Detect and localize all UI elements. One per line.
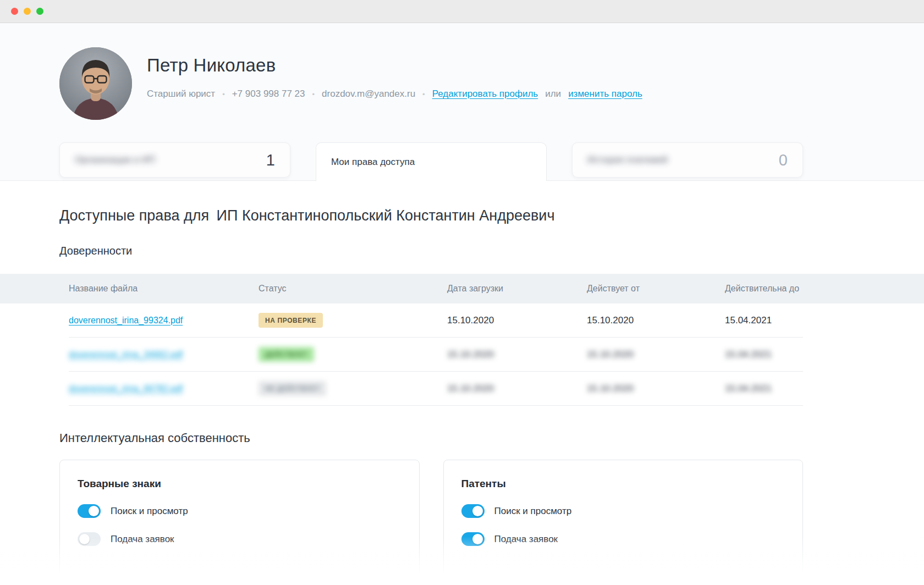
avatar-photo xyxy=(59,47,132,120)
toggle-row-search-view: Поиск и просмотр xyxy=(78,504,402,518)
tab-payment-history-count: 0 xyxy=(779,151,788,169)
profile-meta: Старший юрист • +7 903 998 77 23 • drozd… xyxy=(147,89,642,100)
upload-date: 15.10.2020 xyxy=(447,383,587,394)
profile-info: Петр Николаев Старший юрист • +7 903 998… xyxy=(147,47,642,120)
trademarks-submit-toggle[interactable] xyxy=(78,532,101,546)
upload-date: 15.10.2020 xyxy=(447,349,587,360)
poa-table-body: doverennost_irina_99324.pdf НА ПРОВЕРКЕ … xyxy=(69,303,803,406)
patents-card-title: Патенты xyxy=(461,478,785,490)
ip-section-title: Интеллектуальная собственность xyxy=(59,431,803,445)
poa-table: Название файла Статус Дата загрузки Дейс… xyxy=(0,274,924,406)
valid-to-date: 15.04.2021 xyxy=(725,383,803,394)
or-text: или xyxy=(545,89,561,100)
profile-email: drozdov.m@yandex.ru xyxy=(322,89,415,100)
trademarks-card-title: Товарные знаки xyxy=(78,478,402,490)
tab-payment-history[interactable]: История платежей 0 xyxy=(572,142,803,178)
col-header-valid-from: Действует от xyxy=(587,284,725,294)
col-header-filename: Название файла xyxy=(69,284,258,294)
edit-profile-link[interactable]: Редактировать профиль xyxy=(432,89,538,100)
patents-card: Патенты Поиск и просмотр Подача заявок xyxy=(443,460,804,585)
toggle-knob xyxy=(472,506,483,516)
separator-dot: • xyxy=(422,90,425,98)
window-titlebar xyxy=(0,0,924,23)
toggle-row-search-view: Поиск и просмотр xyxy=(461,504,785,518)
toggle-row-submit-applications: Подача заявок xyxy=(461,532,785,546)
toggle-label: Поиск и просмотр xyxy=(111,506,188,517)
toggle-knob xyxy=(89,506,99,516)
separator-dot: • xyxy=(222,90,225,98)
tab-my-access-rights[interactable]: Мои права доступа xyxy=(316,142,547,181)
patents-submit-toggle[interactable] xyxy=(461,532,485,546)
change-password-link[interactable]: изменить пароль xyxy=(568,89,642,100)
section-title-poa: Доверенности xyxy=(59,245,803,257)
toggle-label: Подача заявок xyxy=(494,534,558,545)
toggle-knob xyxy=(79,534,90,544)
tab-organizations[interactable]: Организации и ИП 1 xyxy=(59,142,290,178)
file-link[interactable]: doverennost_irina_66782.pdf xyxy=(69,384,183,393)
tab-payment-history-label: История платежей xyxy=(587,154,668,165)
main-content: Доступные права для ИП Константинопольск… xyxy=(0,207,924,585)
valid-to-date: 15.04.2021 xyxy=(725,349,803,360)
profile-name: Петр Николаев xyxy=(147,55,642,76)
ip-cards: Товарные знаки Поиск и просмотр Подача з… xyxy=(59,460,803,585)
separator-dot: • xyxy=(312,90,315,98)
poa-table-header: Название файла Статус Дата загрузки Дейс… xyxy=(0,274,924,303)
page-title-entity: ИП Константинопольский Константин Андрее… xyxy=(217,207,555,224)
valid-from-date: 15.10.2020 xyxy=(587,315,725,326)
file-link[interactable]: doverennost_irina_99324.pdf xyxy=(69,316,183,325)
status-badge: ДЕЙСТВУЕТ xyxy=(258,347,314,362)
page-title-prefix: Доступные права для xyxy=(59,207,209,224)
col-header-upload-date: Дата загрузки xyxy=(447,284,587,294)
avatar xyxy=(59,47,132,120)
col-header-status: Статус xyxy=(258,284,447,294)
table-row: doverennost_irina_99324.pdf НА ПРОВЕРКЕ … xyxy=(69,303,803,338)
valid-to-date: 15.04.2021 xyxy=(725,315,803,326)
tab-organizations-label: Организации и ИП xyxy=(75,154,155,165)
profile-role: Старший юрист xyxy=(147,89,215,100)
col-header-valid-to: Действительна до xyxy=(725,284,803,294)
toggle-label: Поиск и просмотр xyxy=(494,506,572,517)
page-title: Доступные права для ИП Константинопольск… xyxy=(59,207,803,224)
status-badge: НА ПРОВЕРКЕ xyxy=(258,313,323,328)
table-row: doverennost_irina_34662.pdf ДЕЙСТВУЕТ 15… xyxy=(69,338,803,372)
tabs: Организации и ИП 1 Мои права доступа Ист… xyxy=(59,142,803,180)
table-row: doverennost_irina_66782.pdf НЕ ДЕЙСТВУЕТ… xyxy=(69,372,803,406)
ip-section: Интеллектуальная собственность Товарные … xyxy=(59,431,803,585)
tab-organizations-count: 1 xyxy=(266,151,275,169)
profile-row: Петр Николаев Старший юрист • +7 903 998… xyxy=(59,23,803,120)
upload-date: 15.10.2020 xyxy=(447,315,587,326)
patents-search-toggle[interactable] xyxy=(461,504,485,518)
toggle-label: Подача заявок xyxy=(111,534,174,545)
trademarks-card: Товарные знаки Поиск и просмотр Подача з… xyxy=(59,460,420,585)
profile-phone: +7 903 998 77 23 xyxy=(232,89,305,100)
file-link[interactable]: doverennost_irina_34662.pdf xyxy=(69,350,183,359)
toggle-knob xyxy=(472,534,483,544)
toggle-row-submit-applications: Подача заявок xyxy=(78,532,402,546)
trademarks-search-toggle[interactable] xyxy=(78,504,101,518)
window-zoom-button[interactable] xyxy=(36,8,43,15)
window-minimize-button[interactable] xyxy=(24,8,31,15)
tab-my-access-rights-label: Мои права доступа xyxy=(331,157,415,168)
valid-from-date: 15.10.2020 xyxy=(587,383,725,394)
valid-from-date: 15.10.2020 xyxy=(587,349,725,360)
window-close-button[interactable] xyxy=(11,8,18,15)
status-badge: НЕ ДЕЙСТВУЕТ xyxy=(258,381,326,396)
profile-header: Петр Николаев Старший юрист • +7 903 998… xyxy=(0,23,924,181)
